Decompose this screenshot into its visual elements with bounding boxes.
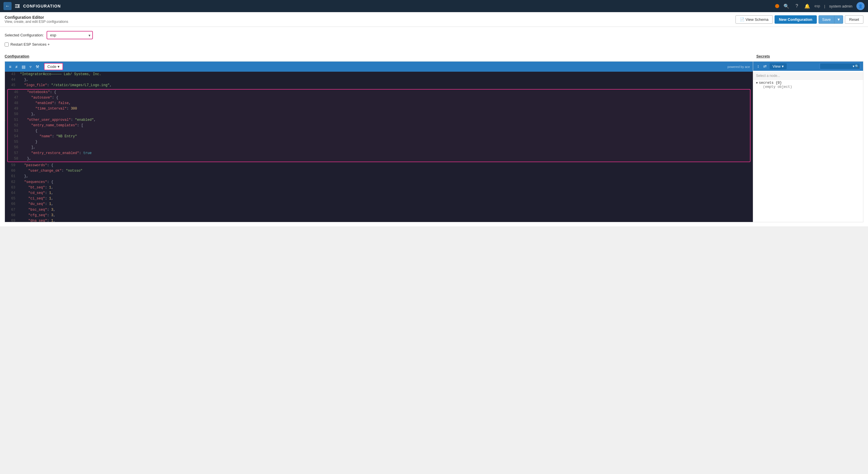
view-label: View ▾ bbox=[773, 64, 784, 68]
code-line-55: 55 } bbox=[8, 139, 750, 145]
search-icon[interactable]: 🔍 bbox=[783, 3, 789, 9]
code-line-54: 54 "name": "NB Entry" bbox=[8, 134, 750, 139]
code-line-58: 58 }, bbox=[8, 156, 750, 162]
panels-headings: Configuration Secrets bbox=[5, 52, 863, 61]
code-label: Code ▾ bbox=[48, 64, 60, 69]
code-line-68: 68 "cfg_seq": 3, bbox=[5, 213, 753, 218]
code-line-47: 47 "autosave": { bbox=[8, 95, 750, 101]
restart-label: Restart ESP Services + bbox=[10, 42, 50, 46]
code-line-52: 52 "entry_name_templates": [ bbox=[8, 123, 750, 128]
secrets-sort-icon[interactable]: ⇄ bbox=[762, 63, 768, 69]
svg-rect-2 bbox=[15, 7, 20, 8]
editor-toolbar: ≡ ≠ ▤ ▿ ⚒ Code ▾ powered by ace bbox=[5, 62, 753, 72]
code-line-57: 57 "entry_restore_enabled": true bbox=[8, 150, 750, 156]
page-header: Configuration Editor View, create, and e… bbox=[0, 12, 868, 27]
save-label[interactable]: Save bbox=[819, 15, 835, 24]
code-line-49: 49 "time_interval": 300 bbox=[8, 106, 750, 111]
new-config-label: New Configuration bbox=[779, 18, 812, 22]
funnel-icon[interactable]: ▿ bbox=[28, 64, 33, 70]
code-line-59: 59 "passwords": { bbox=[5, 163, 753, 168]
editor-subtitle: View, create, and edit ESP configuration… bbox=[5, 20, 68, 24]
svg-rect-1 bbox=[15, 6, 18, 6]
restart-checkbox[interactable] bbox=[5, 42, 9, 46]
new-configuration-button[interactable]: New Configuration bbox=[775, 15, 817, 24]
powered-by-label: powered by ace bbox=[727, 65, 750, 68]
code-line-53: 53 { bbox=[8, 128, 750, 134]
code-line-51: ➡ 51 "other_user_approval": "enabled", bbox=[8, 117, 750, 123]
secrets-up-icon[interactable]: ↕ bbox=[756, 63, 761, 69]
reset-button[interactable]: Reset bbox=[845, 15, 863, 24]
top-navigation: ← CONFIGURATION 🔍 ? 🔔 esp | system admin… bbox=[0, 0, 868, 12]
tree-secrets-item: ▼ secrets {0} (empty object) bbox=[753, 80, 863, 90]
code-line-43: 43 "IntegratorAcco————— Lab/ Systems, In… bbox=[5, 72, 753, 77]
code-line-63: 63 "bt_seq": 1, bbox=[5, 185, 753, 191]
search-dropdown-icon[interactable]: ▼ bbox=[852, 65, 855, 68]
save-dropdown-arrow[interactable]: ▼ bbox=[834, 15, 843, 24]
panels-container: ≡ ≠ ▤ ▿ ⚒ Code ▾ powered by ace 43 "Inte… bbox=[5, 61, 863, 222]
svg-rect-3 bbox=[18, 5, 20, 7]
code-line-66: 66 "du_seq": 1, bbox=[5, 201, 753, 207]
save-button[interactable]: Save ▼ bbox=[818, 15, 843, 24]
code-line-44: 44 }, bbox=[5, 77, 753, 83]
tree-secrets-key: secrets {0} bbox=[759, 81, 782, 85]
align-left-icon[interactable]: ≡ bbox=[8, 64, 12, 70]
code-line-50: 50 }, bbox=[8, 111, 750, 117]
avatar[interactable]: 👤 bbox=[857, 2, 865, 10]
username-label: system admin bbox=[829, 4, 852, 8]
align-center-icon[interactable]: ≠ bbox=[14, 64, 19, 70]
content-area: Selected Configuration: esp Restart ESP … bbox=[0, 27, 868, 226]
view-schema-label: View Schema bbox=[746, 18, 769, 22]
secrets-content: Select a node... ▼ secrets {0} (empty ob… bbox=[753, 71, 863, 221]
notifications-icon[interactable]: 🔔 bbox=[804, 3, 810, 9]
secrets-heading: Secrets bbox=[753, 52, 863, 60]
left-panel: ≡ ≠ ▤ ▿ ⚒ Code ▾ powered by ace 43 "Inte… bbox=[5, 62, 753, 222]
svg-rect-0 bbox=[15, 4, 20, 5]
tree-arrow-icon[interactable]: ▼ bbox=[756, 81, 758, 85]
code-line-46: 46 "notebooks": { bbox=[8, 90, 750, 95]
tree-secrets-empty: (empty object) bbox=[756, 85, 792, 89]
right-panel: ↕ ⇄ View ▾ 🔍 ▼ Select a node... ▼ secret bbox=[753, 62, 863, 222]
code-line-48: 48 "enabled": false, bbox=[8, 101, 750, 106]
code-line-64: 64 "cd_seq": 1, bbox=[5, 191, 753, 196]
restart-services-row: Restart ESP Services + bbox=[5, 42, 863, 46]
view-schema-icon: 📄 bbox=[740, 18, 744, 22]
code-button[interactable]: Code ▾ bbox=[44, 63, 63, 70]
code-line-60: 60 "user_change_ok": "notsso" bbox=[5, 168, 753, 174]
status-indicator bbox=[775, 4, 779, 8]
wrench-icon[interactable]: ⚒ bbox=[34, 64, 40, 70]
config-select-wrapper: esp bbox=[46, 31, 93, 39]
config-icon bbox=[14, 3, 20, 9]
code-line-65: 65 "ci_seq": 1, bbox=[5, 196, 753, 201]
help-icon[interactable]: ? bbox=[794, 3, 800, 9]
code-editor[interactable]: 43 "IntegratorAcco————— Lab/ Systems, In… bbox=[5, 72, 753, 222]
selected-config-label: Selected Configuration: bbox=[5, 33, 44, 37]
secrets-toolbar: ↕ ⇄ View ▾ 🔍 ▼ bbox=[753, 62, 863, 71]
view-button[interactable]: View ▾ bbox=[770, 63, 787, 69]
code-line-62: 62 "sequences": { bbox=[5, 179, 753, 185]
code-line-69: 69 "dna_seq": 1, bbox=[5, 218, 753, 222]
configuration-heading: Configuration bbox=[5, 52, 753, 60]
filter-icon[interactable]: ▤ bbox=[21, 64, 27, 70]
reset-label: Reset bbox=[849, 18, 859, 22]
esp-label: esp bbox=[814, 4, 820, 8]
code-line-45: 45 "logo_file": "/static/images/L7_Logo.… bbox=[5, 83, 753, 88]
editor-title: Configuration Editor bbox=[5, 15, 68, 20]
code-line-67: 67 "bsc_seq": 3, bbox=[5, 207, 753, 213]
config-select[interactable]: esp bbox=[46, 31, 93, 39]
back-button[interactable]: ← bbox=[3, 2, 11, 10]
select-node-text: Select a node... bbox=[753, 72, 863, 80]
selected-config-row: Selected Configuration: esp bbox=[5, 31, 863, 39]
view-schema-button[interactable]: 📄 View Schema bbox=[736, 15, 773, 24]
highlighted-block: 46 "notebooks": { 47 "autosave": { 48 "e… bbox=[7, 89, 750, 162]
code-line-56: 56 ], bbox=[8, 145, 750, 150]
page-title: CONFIGURATION bbox=[23, 4, 61, 8]
code-line-61: 61 }, bbox=[5, 174, 753, 179]
search-icon-right: 🔍 bbox=[855, 64, 859, 68]
